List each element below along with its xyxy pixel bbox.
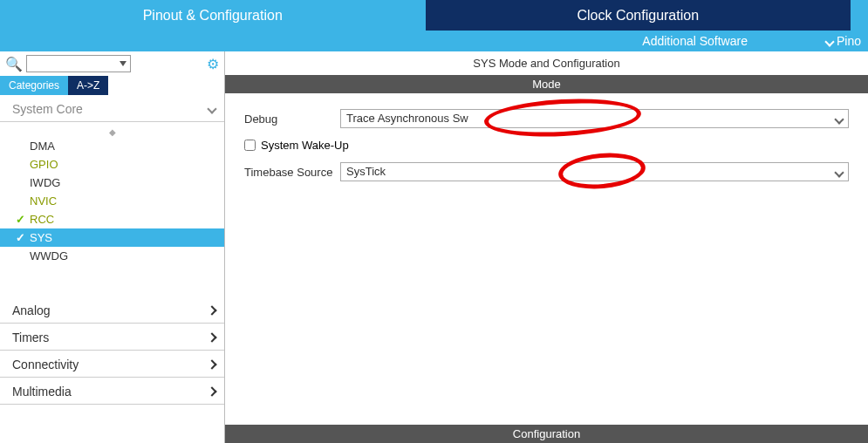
view-tab-categories[interactable]: Categories (0, 76, 68, 95)
tree-item-iwdg[interactable]: IWDG (0, 174, 224, 192)
timebase-value: SysTick (346, 165, 386, 178)
additional-software-link[interactable]: Additional Software (642, 34, 748, 48)
section-label: Multimedia (12, 385, 72, 399)
chevron-right-icon (207, 305, 216, 315)
section-system-core[interactable]: System Core (0, 95, 224, 122)
chevron-down-icon (207, 104, 216, 113)
section-label: Timers (12, 331, 49, 344)
pinout-view-toggle[interactable]: Pino (826, 34, 861, 48)
gear-icon[interactable]: ⚙ (207, 56, 219, 72)
view-tab-a-to-z[interactable]: A->Z (68, 76, 108, 95)
system-core-list: ◆ DMA GPIO IWDG NVIC RCC SYS WWDG (0, 122, 224, 279)
sub-toolbar: Additional Software Pino (0, 31, 868, 51)
system-wakeup-label: System Wake-Up (261, 139, 349, 152)
chevron-right-icon (207, 332, 216, 342)
system-wakeup-checkbox[interactable] (244, 140, 256, 151)
debug-label: Debug (244, 112, 340, 126)
timebase-label: Timebase Source (244, 166, 340, 179)
tree-item-rcc[interactable]: RCC (0, 210, 224, 228)
right-panel: SYS Mode and Configuration Mode Debug Tr… (225, 51, 868, 443)
tree-item-nvic[interactable]: NVIC (0, 192, 224, 210)
tab-overflow[interactable] (851, 0, 868, 31)
tree-item-sys[interactable]: SYS (0, 228, 224, 247)
configuration-header: Configuration (225, 425, 868, 443)
section-analog[interactable]: Analog (0, 296, 224, 324)
chevron-down-icon (824, 37, 834, 46)
section-connectivity[interactable]: Connectivity (0, 351, 224, 378)
tree-item-dma[interactable]: DMA (0, 137, 224, 155)
mode-header: Mode (225, 75, 868, 93)
section-label: System Core (12, 102, 83, 116)
tab-label: Clock Configuration (577, 8, 699, 24)
section-multimedia[interactable]: Multimedia (0, 378, 224, 405)
timebase-select[interactable]: SysTick (340, 162, 849, 181)
tab-pinout-configuration[interactable]: Pinout & Configuration (0, 0, 426, 31)
search-icon: 🔍 (5, 56, 23, 72)
tree-item-wwdg[interactable]: WWDG (0, 247, 224, 265)
section-label: Connectivity (12, 358, 79, 371)
chevron-right-icon (207, 386, 216, 396)
tab-label: Pinout & Configuration (143, 8, 283, 24)
chevron-right-icon (207, 359, 216, 369)
section-timers[interactable]: Timers (0, 324, 224, 351)
search-input[interactable] (26, 55, 131, 72)
tree-item-gpio[interactable]: GPIO (0, 155, 224, 174)
panel-title: SYS Mode and Configuration (225, 51, 868, 75)
debug-select[interactable]: Trace Asynchronous Sw (340, 109, 849, 128)
debug-value: Trace Asynchronous Sw (346, 112, 468, 125)
tab-clock-configuration[interactable]: Clock Configuration (426, 0, 851, 31)
section-label: Analog (12, 303, 51, 317)
sort-icon[interactable]: ◆ (0, 127, 224, 137)
left-panel: 🔍 ⚙ Categories A->Z System Core ◆ DMA GP… (0, 51, 225, 443)
